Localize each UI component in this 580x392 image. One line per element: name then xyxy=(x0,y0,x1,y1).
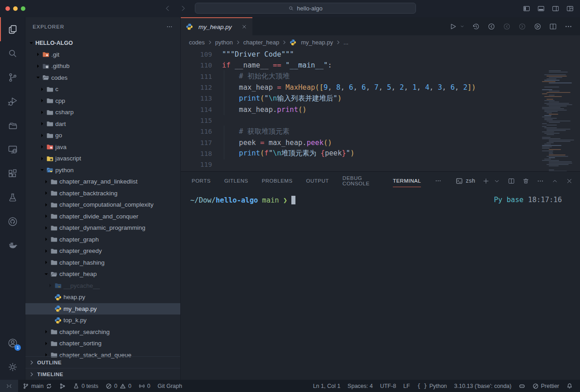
new-terminal-icon[interactable] xyxy=(482,177,490,185)
timeline-history-icon[interactable] xyxy=(472,22,480,31)
tree-item-csharp[interactable]: csharp xyxy=(25,106,180,118)
panel-more-tabs-icon[interactable] xyxy=(435,177,442,184)
activity-bar-item-testing[interactable] xyxy=(0,185,25,209)
previous-change-disabled-icon[interactable] xyxy=(503,22,511,31)
tree-item-codes[interactable]: codes xyxy=(25,72,180,84)
tree-item-top-k-py[interactable]: top_k.py xyxy=(25,315,180,326)
tree-item--git[interactable]: .git xyxy=(25,49,180,61)
tree-item-chapter-dynamic-programming[interactable]: chapter_dynamic_programming xyxy=(25,222,180,234)
panel-tab-ports[interactable]: PORTS xyxy=(192,172,211,190)
activity-bar-item-github[interactable] xyxy=(0,209,25,233)
toggle-panel-icon[interactable] xyxy=(537,5,545,13)
tree-item-my-heap-py[interactable]: my_heap.py xyxy=(25,303,180,315)
terminal[interactable]: ~/Dow/hello-algo main ❯ Py base18:17:16 xyxy=(181,190,580,204)
tree-item-javascript[interactable]: javascript xyxy=(25,153,180,165)
status-problems[interactable]: 00 xyxy=(102,380,135,392)
breadcrumb-item[interactable]: ... xyxy=(343,39,348,46)
status-python-interpreter[interactable]: 3.10.13 ('base': conda) xyxy=(450,380,515,392)
status-eol[interactable]: LF xyxy=(400,380,414,392)
status-tests[interactable]: 0 tests xyxy=(69,380,102,392)
breadcrumb-item[interactable]: my_heap.py xyxy=(290,39,333,46)
status-git-graph[interactable]: Git Graph xyxy=(154,380,186,392)
tree-item-chapter-hashing[interactable]: chapter_hashing xyxy=(25,257,180,269)
sidebar-section-outline[interactable]: OUTLINE xyxy=(25,356,180,368)
command-center-search[interactable]: hello-algo xyxy=(195,3,416,14)
views-more-actions-icon[interactable] xyxy=(166,23,173,30)
run-python-file-icon[interactable] xyxy=(449,22,457,31)
activity-bar-item-docker[interactable] xyxy=(0,233,25,257)
status-ports-forwarded[interactable]: 0 xyxy=(135,380,154,392)
activity-bar-item-explorer[interactable] xyxy=(0,17,25,41)
tree-item-heap-py[interactable]: heap.py xyxy=(25,291,180,303)
toggle-secondary-sidebar-icon[interactable] xyxy=(551,5,560,13)
tree-item-chapter-heap[interactable]: chapter_heap xyxy=(25,268,180,280)
tree-item-dart[interactable]: dart xyxy=(25,118,180,130)
activity-bar-item-extensions[interactable] xyxy=(0,161,25,185)
code-editor[interactable]: 109"""Driver Code"""110if __name__ == "_… xyxy=(181,49,580,171)
status-language-mode[interactable]: { }Python xyxy=(414,380,451,392)
split-editor-icon[interactable] xyxy=(549,22,557,31)
run-dropdown-chevron-icon[interactable] xyxy=(464,24,465,29)
panel-tab-problems[interactable]: PROBLEMS xyxy=(262,172,293,190)
run-or-debug-icon[interactable] xyxy=(533,22,542,31)
status-git-graph-button[interactable] xyxy=(56,380,69,392)
close-window-button[interactable] xyxy=(5,6,10,11)
activity-bar-item-settings[interactable] xyxy=(0,355,25,379)
status-encoding[interactable]: UTF-8 xyxy=(377,380,400,392)
tree-item-chapter-array-and-linkedlist[interactable]: chapter_array_and_linkedlist xyxy=(25,176,180,188)
maximize-window-button[interactable] xyxy=(21,6,25,11)
tree-item-chapter-greedy[interactable]: chapter_greedy xyxy=(25,245,180,257)
breadcrumb-item[interactable]: codes xyxy=(189,39,205,46)
tree-root-hello-algo[interactable]: HELLO-ALGO xyxy=(25,37,180,49)
more-actions-icon[interactable] xyxy=(564,22,573,31)
panel-tab-gitlens[interactable]: GITLENS xyxy=(224,172,248,190)
activity-bar-item-folders[interactable] xyxy=(0,113,25,137)
close-tab-icon[interactable] xyxy=(241,24,247,30)
panel-tab-terminal[interactable]: TERMINAL xyxy=(393,172,421,190)
tree-item--pycache-[interactable]: __pycache__ xyxy=(25,280,180,292)
status-branch[interactable]: main xyxy=(19,380,56,392)
minimize-window-button[interactable] xyxy=(13,6,18,11)
tree-item-c[interactable]: c xyxy=(25,83,180,95)
status-cursor-position[interactable]: Ln 1, Col 1 xyxy=(309,380,344,392)
status-copilot[interactable] xyxy=(515,380,529,392)
tree-item-chapter-graph[interactable]: chapter_graph xyxy=(25,234,180,246)
activity-bar-item-remote-explorer[interactable] xyxy=(0,137,25,161)
previous-change-icon[interactable] xyxy=(487,22,496,31)
tree-item-chapter-divide-and-conquer[interactable]: chapter_divide_and_conquer xyxy=(25,211,180,223)
tree-item-chapter-sorting[interactable]: chapter_sorting xyxy=(25,338,180,349)
nav-back-icon[interactable] xyxy=(164,5,172,12)
tree-item-python[interactable]: python xyxy=(25,165,180,176)
nav-forward-icon[interactable] xyxy=(179,5,187,12)
activity-bar-item-source-control[interactable] xyxy=(0,65,25,89)
split-terminal-icon[interactable] xyxy=(508,177,515,185)
tree-item-cpp[interactable]: cpp xyxy=(25,95,180,107)
next-change-disabled-icon[interactable] xyxy=(518,22,527,31)
terminal-shell-selector[interactable]: zsh xyxy=(455,177,475,185)
status-indentation[interactable]: Spaces: 4 xyxy=(344,380,377,392)
customize-layout-icon[interactable] xyxy=(566,5,574,13)
panel-tab-debug-console[interactable]: DEBUG CONSOLE xyxy=(343,172,379,190)
activity-bar-item-search[interactable] xyxy=(0,41,25,65)
status-notifications[interactable] xyxy=(563,380,576,392)
tree-item-chapter-computational-complexity[interactable]: chapter_computational_complexity xyxy=(25,199,180,211)
tree-item-go[interactable]: go xyxy=(25,130,180,141)
status-prettier[interactable]: Prettier xyxy=(529,380,563,392)
tree-item-java[interactable]: java xyxy=(25,141,180,153)
breadcrumb-item[interactable]: chapter_heap xyxy=(243,39,280,46)
minimap[interactable] xyxy=(542,70,575,171)
maximize-panel-icon[interactable] xyxy=(551,177,559,185)
panel-tab-output[interactable]: OUTPUT xyxy=(306,172,329,190)
status-remote-indicator[interactable] xyxy=(0,380,18,392)
tree-item--github[interactable]: .github xyxy=(25,60,180,72)
activity-bar-item-accounts[interactable]: 1 xyxy=(0,331,25,355)
activity-bar-item-run-debug[interactable] xyxy=(0,89,25,113)
tab-my-heap-py[interactable]: my_heap.py xyxy=(181,17,252,35)
toggle-primary-sidebar-icon[interactable] xyxy=(522,5,531,13)
close-panel-icon[interactable] xyxy=(566,177,573,185)
breadcrumb-item[interactable]: python xyxy=(215,39,233,46)
tree-item-chapter-backtracking[interactable]: chapter_backtracking xyxy=(25,188,180,199)
terminal-more-actions-icon[interactable] xyxy=(536,177,544,185)
terminal-launch-chevron-icon[interactable] xyxy=(493,177,501,185)
sidebar-section-timeline[interactable]: TIMELINE xyxy=(25,368,180,380)
